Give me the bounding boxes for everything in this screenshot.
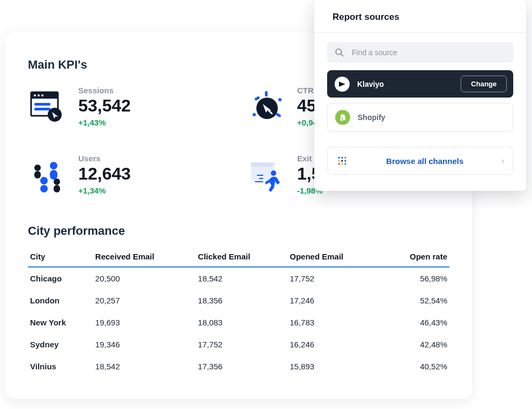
svg-point-3 <box>38 94 40 96</box>
klaviyo-icon <box>335 77 350 92</box>
svg-rect-21 <box>54 185 60 192</box>
shopify-icon <box>335 110 350 125</box>
cell-received: 20,257 <box>93 289 196 311</box>
svg-point-32 <box>338 160 340 161</box>
svg-point-37 <box>344 163 346 165</box>
kpi-label: Users <box>78 154 131 163</box>
svg-rect-19 <box>34 171 41 179</box>
cell-received: 19,346 <box>93 333 196 355</box>
col-open-rate: Open rate <box>381 248 449 267</box>
chevron-right-icon: › <box>501 157 504 165</box>
cell-rate: 42,48% <box>381 333 449 355</box>
kpi-value: 12,643 <box>78 164 131 184</box>
svg-point-16 <box>40 177 48 184</box>
svg-point-36 <box>341 163 343 165</box>
search-input[interactable] <box>352 48 506 57</box>
col-received: Received Email <box>93 248 196 267</box>
svg-point-10 <box>278 98 282 101</box>
svg-point-29 <box>338 157 340 159</box>
change-source-button[interactable]: Change <box>461 76 507 92</box>
cell-received: 20,500 <box>93 267 196 289</box>
svg-point-4 <box>41 94 43 96</box>
browser-cursor-icon <box>28 88 66 127</box>
svg-rect-15 <box>50 170 57 180</box>
report-sources-panel: Report sources Klaviyo Change Shopify <box>314 0 526 191</box>
cell-opened: 16,783 <box>287 311 381 333</box>
cell-city: Chicago <box>28 267 93 289</box>
cell-opened: 16,246 <box>287 333 381 355</box>
cell-clicked: 18,356 <box>196 289 287 311</box>
source-label: Shopify <box>358 113 385 122</box>
col-city: City <box>28 248 93 267</box>
source-item-klaviyo[interactable]: Klaviyo Change <box>327 70 513 98</box>
svg-point-30 <box>341 157 343 159</box>
browse-label: Browse all channels <box>356 157 494 166</box>
svg-rect-17 <box>40 185 48 192</box>
cell-clicked: 17,752 <box>196 333 287 355</box>
svg-rect-11 <box>265 91 268 96</box>
kpi-value: 53,542 <box>78 96 131 116</box>
svg-point-14 <box>50 162 57 169</box>
source-search[interactable] <box>327 42 513 63</box>
svg-rect-13 <box>254 96 260 101</box>
browse-all-channels[interactable]: Browse all channels › <box>327 147 513 175</box>
kpi-change: +1,34% <box>78 186 131 195</box>
click-burst-icon <box>247 88 285 127</box>
exit-run-icon <box>247 156 285 195</box>
table-row: Chicago 20,500 18,542 17,752 56,98% <box>28 267 449 289</box>
svg-point-31 <box>344 157 346 159</box>
city-performance-table: City Received Email Clicked Email Opened… <box>28 248 449 377</box>
kpi-sessions: Sessions 53,542 +1,43% <box>28 86 231 127</box>
cell-city: Vilnius <box>28 355 93 377</box>
channel-grid-icon <box>336 155 348 167</box>
cell-rate: 46,43% <box>381 311 449 333</box>
cell-city: Sydney <box>28 333 93 355</box>
source-label: Klaviyo <box>357 80 453 88</box>
cell-received: 18,542 <box>93 355 196 377</box>
svg-point-35 <box>338 163 340 165</box>
table-row: Sydney 19,346 17,752 16,246 42,48% <box>28 333 449 355</box>
search-icon <box>335 48 344 57</box>
svg-point-33 <box>341 160 343 161</box>
svg-point-26 <box>271 170 276 176</box>
kpi-label: Sessions <box>78 86 131 95</box>
source-item-shopify[interactable]: Shopify <box>327 103 513 132</box>
svg-line-28 <box>341 54 343 56</box>
svg-point-34 <box>344 160 346 161</box>
cell-rate: 52,54% <box>381 289 449 311</box>
cell-clicked: 18,542 <box>196 267 287 289</box>
cell-clicked: 18,083 <box>196 311 287 333</box>
svg-rect-5 <box>34 103 50 106</box>
svg-point-9 <box>253 113 256 116</box>
svg-point-18 <box>34 165 41 171</box>
cell-clicked: 17,356 <box>196 355 287 377</box>
svg-rect-6 <box>34 108 50 110</box>
col-clicked: Clicked Email <box>196 248 287 267</box>
cell-opened: 15,893 <box>287 355 381 377</box>
cell-rate: 56,98% <box>381 267 449 289</box>
users-group-icon <box>28 156 66 195</box>
table-row: London 20,257 18,356 17,246 52,54% <box>28 289 449 311</box>
table-row: New York 19,693 18,083 16,783 46,43% <box>28 311 449 333</box>
cell-received: 19,693 <box>93 311 196 333</box>
svg-point-20 <box>54 179 60 185</box>
cell-city: New York <box>28 311 93 333</box>
cell-rate: 40,52% <box>381 355 449 377</box>
kpi-change: +1,43% <box>78 118 131 127</box>
col-opened: Opened Email <box>287 248 381 267</box>
city-section-title: City performance <box>28 224 449 238</box>
panel-title: Report sources <box>314 11 526 33</box>
cell-city: London <box>28 289 93 311</box>
kpi-users: Users 12,643 +1,34% <box>28 154 231 195</box>
table-row: Vilnius 18,542 17,356 15,893 40,52% <box>28 355 449 377</box>
cell-opened: 17,246 <box>287 289 381 311</box>
svg-point-2 <box>34 94 36 96</box>
cell-opened: 17,752 <box>287 267 381 289</box>
